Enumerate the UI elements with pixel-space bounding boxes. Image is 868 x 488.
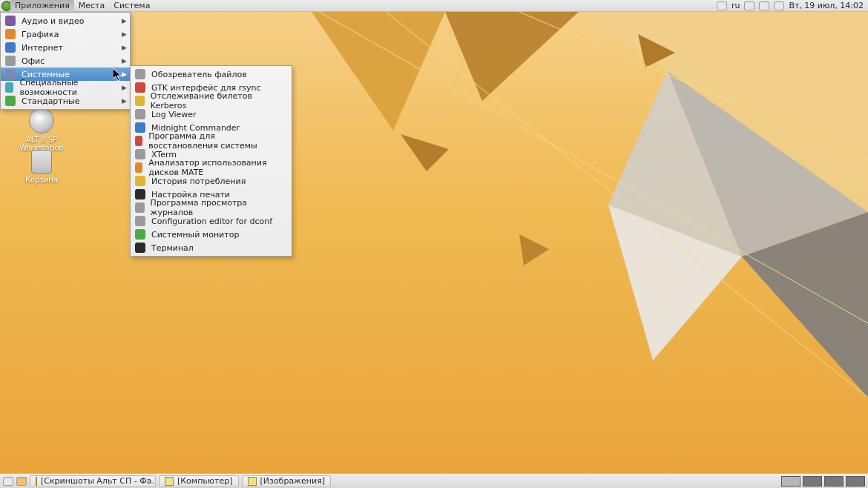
tray-indicator-icon[interactable] bbox=[717, 1, 727, 10]
standard-icon bbox=[5, 96, 16, 106]
submenu-item-log-viewer[interactable]: Log Viewer bbox=[131, 108, 292, 121]
folder-icon bbox=[36, 477, 37, 486]
submenu-item-disk-analyzer[interactable]: Анализатор использования дисков MATE bbox=[131, 161, 292, 174]
svg-marker-3 bbox=[668, 71, 868, 257]
audio-video-icon bbox=[5, 16, 16, 26]
journal-icon bbox=[135, 202, 145, 213]
show-desktop-icon[interactable] bbox=[3, 477, 13, 486]
terminal-icon bbox=[135, 243, 145, 253]
menu-item-label: Графика bbox=[22, 30, 59, 39]
chevron-right-icon: ▶ bbox=[122, 30, 127, 38]
disk-analyzer-icon bbox=[135, 162, 142, 173]
network-icon[interactable] bbox=[759, 1, 769, 10]
task-label: [Изображения] bbox=[260, 476, 326, 486]
task-button[interactable]: [Скриншоты Альт СП - Фа... bbox=[30, 475, 156, 487]
disc-icon bbox=[29, 108, 54, 133]
svg-marker-0 bbox=[312, 12, 445, 131]
desktop-icon-label: ALT 8 SP bbox=[12, 136, 71, 144]
printer-icon bbox=[135, 189, 145, 200]
bottom-panel: [Скриншоты Альт СП - Фа... [Компьютер] [… bbox=[0, 473, 868, 488]
applications-menu[interactable]: Аудио и видео ▶ Графика ▶ Интернет ▶ Офи… bbox=[0, 12, 131, 110]
menu-item-label: История потребления bbox=[151, 177, 246, 186]
chevron-right-icon: ▶ bbox=[122, 44, 127, 51]
menu-places[interactable]: Места bbox=[74, 0, 109, 12]
trash-icon bbox=[31, 150, 52, 174]
task-label: [Скриншоты Альт СП - Фа... bbox=[41, 476, 156, 486]
chevron-right-icon: ▶ bbox=[122, 84, 127, 91]
xterm-icon bbox=[135, 149, 145, 159]
workspace-3[interactable] bbox=[824, 476, 844, 487]
svg-line-11 bbox=[386, 12, 868, 398]
mouse-cursor bbox=[113, 68, 122, 82]
menu-item-label: Офис bbox=[22, 56, 45, 66]
menu-item-label: Аудио и видео bbox=[22, 16, 84, 26]
dconf-icon bbox=[135, 216, 145, 226]
system-icon bbox=[5, 69, 16, 79]
submenu-item-dconf[interactable]: Configuration editor for dconf bbox=[131, 214, 292, 228]
graphics-icon bbox=[5, 29, 16, 39]
chevron-right-icon: ▶ bbox=[122, 97, 127, 105]
workspace-1[interactable] bbox=[781, 476, 800, 487]
svg-line-12 bbox=[519, 12, 868, 160]
workspace-4[interactable] bbox=[846, 476, 865, 487]
svg-marker-1 bbox=[445, 12, 579, 101]
menu-item-office[interactable]: Офис ▶ bbox=[1, 54, 130, 67]
top-panel: Приложения Места Система ru Вт, 19 июл, … bbox=[0, 0, 868, 12]
menu-item-label: Терминал bbox=[151, 243, 194, 253]
submenu-item-terminal[interactable]: Терминал bbox=[131, 241, 292, 254]
midnight-commander-icon bbox=[135, 122, 145, 133]
launcher-icon[interactable] bbox=[16, 477, 27, 486]
menu-item-audio-video[interactable]: Аудио и видео ▶ bbox=[1, 14, 130, 27]
rsync-icon bbox=[135, 82, 145, 93]
menu-item-label: Стандартные bbox=[22, 96, 79, 106]
menu-item-label: Configuration editor for dconf bbox=[151, 217, 272, 226]
system-submenu[interactable]: Обозреватель файлов GTK интерфейс для rs… bbox=[130, 65, 292, 257]
submenu-item-history[interactable]: История потребления bbox=[131, 174, 292, 188]
svg-marker-13 bbox=[113, 68, 121, 81]
menu-item-standard[interactable]: Стандартные ▶ bbox=[1, 94, 130, 108]
menu-item-internet[interactable]: Интернет ▶ bbox=[1, 41, 130, 54]
chevron-right-icon: ▶ bbox=[122, 57, 127, 65]
svg-marker-4 bbox=[742, 212, 868, 398]
svg-marker-6 bbox=[608, 71, 742, 257]
desktop-icon-trash[interactable]: Корзина bbox=[12, 150, 71, 184]
system-monitor-icon bbox=[135, 229, 145, 240]
folder-icon bbox=[248, 477, 257, 486]
svg-marker-2 bbox=[579, 12, 868, 212]
chevron-right-icon: ▶ bbox=[122, 70, 127, 78]
svg-line-10 bbox=[319, 12, 868, 323]
chevron-right-icon: ▶ bbox=[122, 17, 127, 24]
file-browser-icon bbox=[135, 69, 145, 79]
accessibility-icon bbox=[5, 82, 13, 93]
task-button[interactable]: [Компьютер] bbox=[159, 475, 239, 487]
restore-icon bbox=[135, 136, 142, 146]
workspace-2[interactable] bbox=[803, 476, 822, 487]
submenu-item-kerberos[interactable]: Отслеживание билетов Kerberos bbox=[131, 94, 292, 108]
menu-system[interactable]: Система bbox=[109, 0, 154, 12]
workspace-switcher[interactable] bbox=[781, 476, 865, 487]
desktop-icon-label: Корзина bbox=[12, 176, 71, 184]
menu-applications[interactable]: Приложения bbox=[10, 0, 74, 12]
menu-item-accessibility[interactable]: Специальные возможности ▶ bbox=[1, 81, 130, 94]
menu-item-label: Log Viewer bbox=[151, 110, 197, 119]
updates-icon[interactable] bbox=[774, 1, 784, 10]
submenu-item-journal-viewer[interactable]: Программа просмотра журналов bbox=[131, 201, 292, 214]
menu-item-label: Обозреватель файлов bbox=[151, 70, 247, 79]
keyboard-layout-indicator[interactable]: ru bbox=[731, 1, 740, 10]
volume-icon[interactable] bbox=[744, 1, 754, 10]
folder-icon bbox=[165, 477, 174, 486]
clock[interactable]: Вт, 19 июл, 14:02 bbox=[789, 1, 864, 10]
menu-item-graphics[interactable]: Графика ▶ bbox=[1, 27, 130, 41]
svg-marker-8 bbox=[638, 34, 675, 67]
submenu-item-file-browser[interactable]: Обозреватель файлов bbox=[131, 67, 292, 81]
internet-icon bbox=[5, 42, 16, 53]
task-button[interactable]: [Изображения] bbox=[242, 475, 332, 487]
menu-item-label: Интернет bbox=[22, 43, 63, 53]
desktop-icon-disc[interactable]: ALT 8 SP Workstation bbox=[12, 108, 71, 152]
svg-marker-7 bbox=[401, 134, 449, 171]
submenu-item-system-monitor[interactable]: Системный монитор bbox=[131, 228, 292, 241]
submenu-item-restore[interactable]: Программа для восстановления системы bbox=[131, 134, 292, 148]
history-icon bbox=[135, 176, 145, 186]
svg-marker-5 bbox=[608, 205, 742, 360]
svg-marker-9 bbox=[519, 234, 549, 266]
